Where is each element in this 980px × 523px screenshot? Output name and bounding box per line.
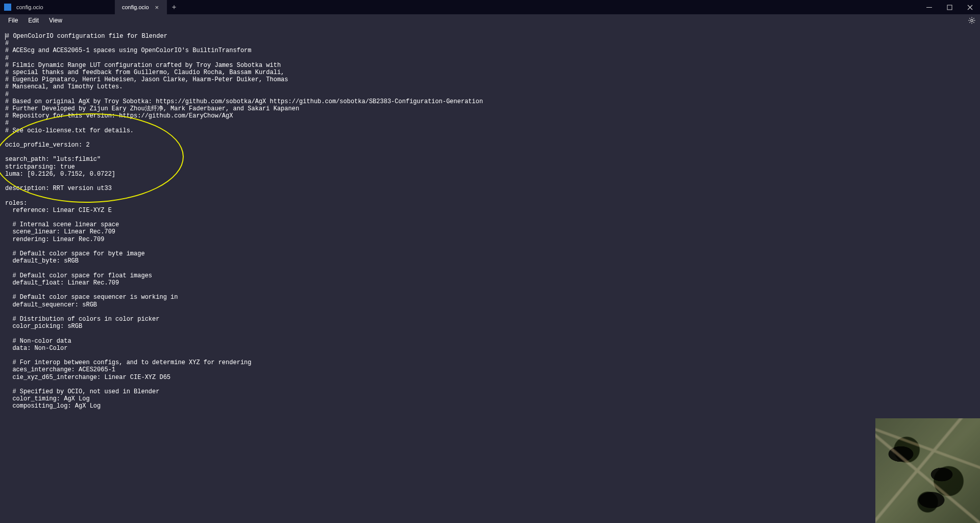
app-icon: [4, 4, 11, 11]
menu-edit[interactable]: Edit: [23, 15, 44, 26]
new-tab-button[interactable]: ＋: [167, 0, 181, 14]
editor-area[interactable]: # OpenColorIO configuration file for Ble…: [0, 27, 980, 523]
tab-config-ocio[interactable]: config.ocio ×: [115, 0, 167, 14]
menu-bar: File Edit View: [0, 14, 980, 27]
window-controls: [919, 0, 980, 14]
tab-bar: config.ocio × ＋: [115, 0, 181, 14]
menu-file[interactable]: File: [3, 15, 23, 26]
title-bar: config.ocio config.ocio × ＋: [0, 0, 980, 14]
window-title: config.ocio: [16, 4, 43, 10]
svg-point-1: [971, 19, 973, 21]
thumbnail-overlay: [875, 418, 980, 523]
close-window-button[interactable]: [960, 0, 980, 14]
menu-view[interactable]: View: [44, 15, 67, 26]
close-tab-icon[interactable]: ×: [154, 4, 160, 11]
title-bar-left: config.ocio: [0, 4, 43, 11]
settings-icon[interactable]: [968, 16, 976, 27]
minimize-button[interactable]: [919, 0, 939, 14]
svg-rect-0: [947, 5, 952, 10]
tab-label: config.ocio: [122, 4, 149, 10]
maximize-button[interactable]: [939, 0, 960, 14]
